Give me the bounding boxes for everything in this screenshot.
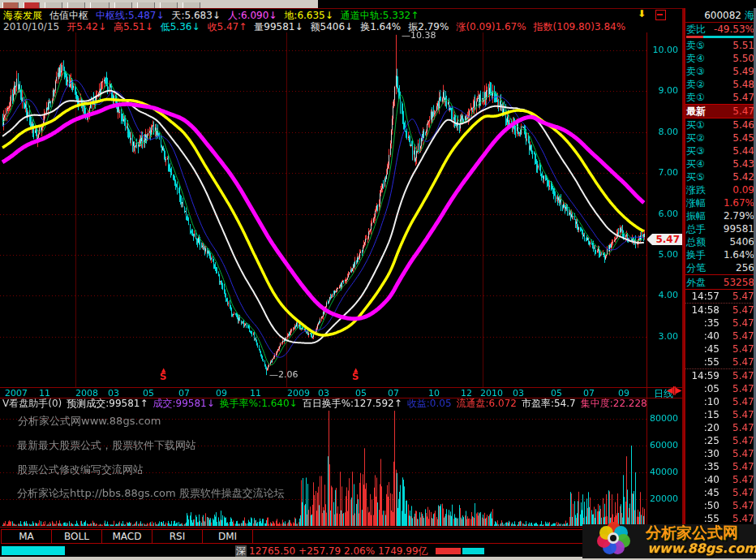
tick-price: 5.47: [732, 384, 756, 394]
header-field: 2010/10/15: [3, 22, 59, 32]
order-label: 涨幅: [686, 198, 706, 208]
date-tick-label: 09: [216, 389, 227, 398]
date-tick-label: 10: [428, 389, 440, 398]
volume-tick-label: 60000: [646, 441, 678, 450]
tick-list[interactable]: 14:575.4714:585.47:355.47:405.47:455.47:…: [685, 290, 756, 525]
order-label: 卖②: [686, 80, 705, 89]
save-icon[interactable]: [24, 2, 40, 8]
export-icon[interactable]: [183, 2, 200, 8]
order-price: 5406: [729, 237, 754, 247]
order-label: 买②: [686, 133, 705, 143]
order-row: 振幅2.79%: [685, 209, 756, 222]
order-price: 5.48: [732, 80, 754, 89]
date-tick-label: 12: [461, 389, 472, 398]
tick-price: 5.47: [732, 357, 756, 367]
volume-tick-label: 80000: [646, 414, 678, 423]
open-icon[interactable]: [2, 2, 19, 8]
tick-price: 5.47: [732, 305, 756, 315]
tab-boll[interactable]: BOLL: [51, 530, 101, 543]
tick-time: :45: [685, 344, 719, 354]
grid-icon[interactable]: [114, 2, 132, 8]
price-tick-label: 5.00: [646, 250, 678, 259]
weibi-label: 委比: [686, 24, 706, 34]
order-row: 涨跌0.09: [685, 183, 756, 196]
date-tick-label: 11: [250, 389, 261, 398]
header-field: 估值中枢: [49, 11, 88, 21]
tab-macd[interactable]: MACD: [101, 530, 152, 543]
tick-price: 5.47: [732, 462, 756, 472]
ex-rights-marker: ▲S: [160, 372, 167, 381]
subchart-header-field: 流通盘:6.072: [457, 398, 517, 409]
window2-icon[interactable]: [90, 2, 110, 8]
tab-rsi[interactable]: RSI: [152, 530, 202, 543]
order-label: 买⑤: [686, 172, 705, 182]
app-window: 海泰发展估值中枢中枢线:5.487↓天:5.683↓人:6.090↓地:6.63…: [0, 0, 756, 560]
date-tick-label: 05: [143, 389, 154, 398]
tick-row: :455.47: [685, 486, 756, 499]
volume-tick-label: 40000: [646, 467, 678, 476]
header-field: 中枢线:5.487↓: [96, 11, 164, 21]
order-price: 5.51: [732, 41, 754, 50]
tick-time: :10: [685, 397, 719, 407]
order-price: 5.44: [732, 146, 754, 156]
weibi-value: -49.53%: [714, 24, 754, 34]
order-price: 5.47: [732, 93, 754, 102]
tick-price: 5.47: [732, 449, 756, 459]
header-field: 收5.47↑: [208, 22, 247, 32]
tick-price: 5.47: [732, 410, 756, 420]
date-tick-label: 05: [355, 389, 367, 398]
stock-code: 600082: [704, 11, 741, 20]
order-price: 256: [736, 263, 754, 273]
order-row: 涨幅1.67%: [685, 196, 756, 209]
order-row: 卖⑤5.51: [685, 39, 756, 52]
header-field: 人:6.090↓: [228, 11, 277, 21]
chart-icon[interactable]: [137, 2, 155, 8]
window-icon[interactable]: [655, 10, 666, 20]
ex-rights-marker: ▲S: [352, 372, 359, 381]
order-row: 换手1.64%: [685, 248, 756, 261]
tick-time: :35: [685, 318, 719, 328]
header-field: 涨(0.09)1.67%: [456, 22, 526, 32]
order-price: 1.64%: [724, 250, 754, 260]
price-annotation: —10.38: [402, 31, 436, 40]
window1-icon[interactable]: [67, 2, 85, 8]
order-price: 5.50: [732, 54, 754, 63]
status-cyan-block: [462, 548, 484, 554]
index-pct: 2.06%: [344, 545, 375, 557]
order-price: 99581: [724, 224, 754, 234]
tick-row: :405.47: [685, 330, 756, 342]
tick-price: 5.47: [732, 475, 756, 485]
index-change: +257.79: [299, 545, 341, 557]
tick-time: :55: [685, 514, 719, 523]
price-tick-label: 4.00: [646, 291, 678, 299]
report-icon[interactable]: [160, 2, 178, 8]
tick-price: 5.47: [732, 397, 756, 407]
subchart-header-field: V看盘助手(0): [2, 398, 62, 409]
pane-resize-icon[interactable]: ◀‖▶: [667, 386, 681, 394]
tick-price: 5.47: [732, 436, 756, 446]
tick-time: :20: [685, 423, 719, 433]
tab-ma[interactable]: MA: [1, 530, 51, 543]
weibi-bar-red: [686, 36, 703, 38]
tick-time: :45: [685, 488, 719, 498]
stock-code-title: 600082 海: [685, 8, 756, 23]
tick-row: :305.47: [685, 447, 756, 460]
current-price-tag: 5.47: [646, 234, 682, 245]
header-field: 开5.42↓: [67, 22, 106, 32]
order-label: 买③: [686, 146, 705, 156]
tab-dmi[interactable]: DMI: [202, 530, 252, 543]
date-tick-label: 2008: [75, 389, 98, 398]
tick-price: 5.47: [732, 291, 756, 301]
index-amount: 1749.99亿: [378, 545, 428, 557]
date-tick-label: 2009: [287, 389, 310, 398]
latest-value: 5.47: [732, 106, 754, 116]
order-row: 分笔256: [685, 261, 756, 274]
arrow-down-icon[interactable]: ⬇: [638, 9, 646, 19]
print-icon[interactable]: [45, 2, 62, 8]
kline-chart-canvas[interactable]: [0, 32, 646, 387]
order-row: 总手99581: [685, 222, 756, 235]
order-row: 卖③5.49: [685, 65, 756, 78]
tick-time: :55: [685, 357, 719, 367]
tick-price: 5.47: [732, 514, 756, 523]
tick-price: 5.47: [732, 371, 756, 381]
